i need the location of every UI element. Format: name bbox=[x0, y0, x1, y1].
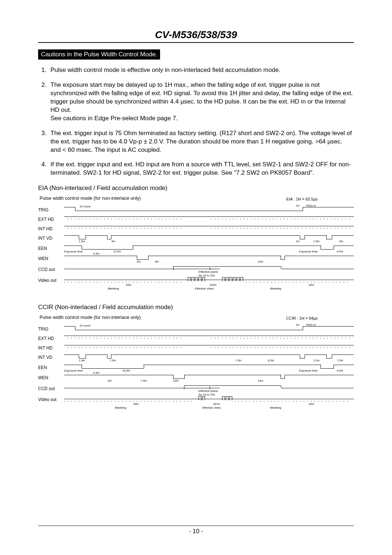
ann: 10H bbox=[258, 260, 263, 263]
ann: 20H bbox=[126, 283, 131, 287]
row-label: TRIG bbox=[38, 327, 64, 332]
row-label: INT VD bbox=[38, 355, 64, 360]
ann: TRIG in bbox=[306, 204, 316, 207]
page-title: CV-M536/538/539 bbox=[38, 29, 354, 41]
row-label: EXT HD bbox=[38, 217, 64, 222]
row-label: EEN bbox=[38, 365, 64, 370]
ann: Effective pixels bbox=[199, 270, 218, 274]
ann: Blanking bbox=[115, 406, 126, 409]
ann: 1H more bbox=[79, 324, 91, 327]
ann: 7.5H bbox=[110, 359, 116, 362]
ann: 20H bbox=[309, 283, 314, 287]
ann: 14H bbox=[258, 379, 263, 382]
page-number: - 10 - bbox=[0, 528, 392, 535]
row-label: INT VD bbox=[38, 236, 64, 241]
timing-diagram-ccir: Pulse width control mode (for non-interl… bbox=[38, 315, 354, 413]
ann: Blanking bbox=[270, 287, 281, 290]
ann: TRIG in bbox=[306, 323, 316, 327]
ann: 12.5H bbox=[113, 250, 121, 253]
ann: Effective pixels bbox=[199, 389, 218, 393]
ann: 1.5H bbox=[313, 240, 319, 243]
header-rule bbox=[38, 42, 354, 43]
ann: Effective video bbox=[202, 406, 221, 409]
ann: 5H bbox=[108, 379, 111, 382]
row-label: EXT HD bbox=[38, 336, 64, 341]
ann: 9H bbox=[111, 240, 115, 243]
ann: 2H bbox=[137, 260, 140, 263]
row-label: TRIG bbox=[38, 207, 64, 212]
section-caption: Cautions in the Pulse Width Control Mode… bbox=[38, 49, 160, 60]
row-label: Video out bbox=[38, 397, 64, 402]
row-label: INT HD bbox=[38, 226, 64, 231]
ann: 25H bbox=[133, 402, 139, 406]
ann: 242H bbox=[209, 283, 216, 287]
ann: Blanking bbox=[270, 406, 281, 409]
ann: Exposure time bbox=[299, 369, 318, 372]
diagram2-subtitle: CCIR (Non-interlaced / Field accumulatio… bbox=[38, 304, 354, 311]
ann: 9H bbox=[155, 260, 159, 263]
row-label: CCD out bbox=[38, 267, 64, 272]
ann: 0.5H bbox=[337, 250, 343, 253]
diagram2-note: CCIR : 1H = 64µs bbox=[286, 316, 318, 320]
ann: 1H more bbox=[79, 205, 91, 208]
ann: 25H bbox=[309, 402, 314, 406]
footer-rule bbox=[38, 526, 354, 526]
cautions-list: Pulse width control mode is effective on… bbox=[38, 66, 354, 177]
ann: 1H bbox=[296, 240, 299, 243]
ann: 7.5H bbox=[140, 379, 147, 382]
row-label: CCD out bbox=[38, 386, 64, 391]
caution-item: The ext. trigger input is 75 Ohm termina… bbox=[48, 129, 354, 154]
ann: 0.5H bbox=[337, 369, 343, 372]
ann: Exposure time bbox=[64, 250, 83, 253]
ann: 10H bbox=[173, 379, 179, 382]
diagram1-note: EIA : 1H = 63.5µs bbox=[286, 197, 318, 201]
ann: Exposure time bbox=[299, 250, 318, 253]
ann: 1.5H bbox=[79, 359, 85, 362]
row-label: WEN bbox=[38, 256, 64, 261]
caution-item: Pulse width control mode is effective on… bbox=[48, 66, 354, 74]
ann: Exposure time bbox=[64, 369, 83, 372]
diagram1-subtitle: EIA (Non-interlaced / Field accumulation… bbox=[38, 185, 354, 192]
ann: 287H bbox=[213, 402, 220, 406]
timing-diagram-eia: Pulse width control mode (for non-interl… bbox=[38, 195, 354, 293]
ann: 1H bbox=[296, 204, 299, 207]
ann: 7.5H bbox=[235, 359, 241, 362]
ann: 6.5H bbox=[268, 359, 274, 362]
caution-item: The exposure start may be delayed up to … bbox=[48, 81, 354, 123]
ann: 1.5H bbox=[313, 359, 319, 362]
ann: Blanking bbox=[108, 287, 119, 290]
row-label: EEN bbox=[38, 246, 64, 251]
row-label: Video out bbox=[38, 278, 64, 283]
row-label: INT HD bbox=[38, 345, 64, 351]
ann: 9H bbox=[339, 240, 343, 243]
ann: Effective video bbox=[195, 287, 214, 290]
diagram1-caption: Pulse width control mode (for non-interl… bbox=[40, 195, 141, 201]
ann: 1.5H bbox=[79, 240, 85, 243]
ann: 1H bbox=[296, 323, 299, 327]
ann: 7.5H bbox=[337, 359, 343, 362]
row-label: WEN bbox=[38, 375, 64, 380]
caution-item: If the ext. trigger input and ext. HD in… bbox=[48, 161, 354, 177]
ann: 16.5H bbox=[122, 369, 130, 372]
diagram2-caption: Pulse width control mode (for non-interl… bbox=[40, 315, 141, 320]
